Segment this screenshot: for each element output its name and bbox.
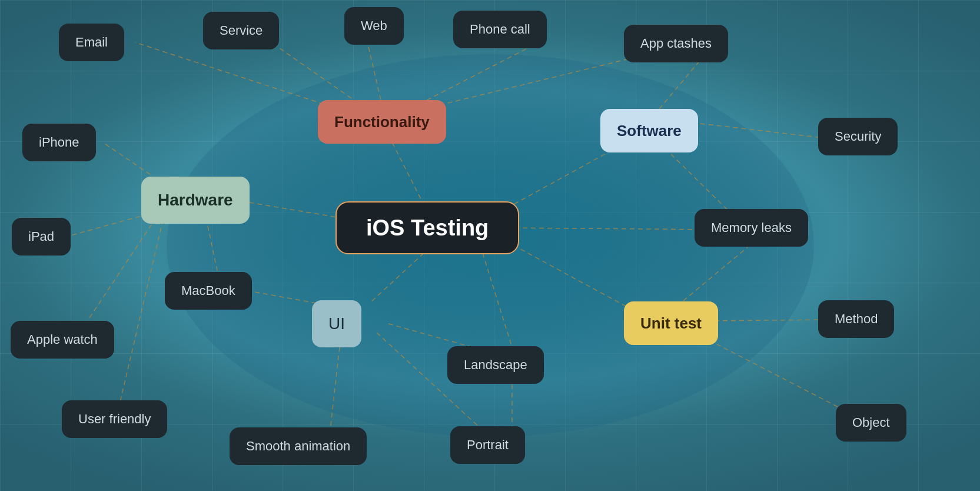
node-landscape[interactable]: Landscape	[447, 346, 544, 384]
macbook-label: MacBook	[181, 283, 235, 298]
node-hardware[interactable]: Hardware	[141, 177, 250, 224]
iphone-label: iPhone	[39, 135, 79, 150]
email-label: Email	[75, 35, 108, 50]
node-email[interactable]: Email	[59, 24, 124, 61]
ipad-label: iPad	[28, 229, 54, 244]
phone-label: Phone call	[470, 22, 530, 37]
node-method[interactable]: Method	[818, 300, 894, 338]
applewatch-label: Apple watch	[27, 332, 98, 347]
service-label: Service	[220, 23, 263, 38]
node-service[interactable]: Service	[203, 12, 279, 49]
node-software[interactable]: Software	[600, 109, 698, 152]
object-label: Object	[852, 415, 890, 430]
node-smooth-animation[interactable]: Smooth animation	[230, 427, 367, 465]
node-memory-leaks[interactable]: Memory leaks	[695, 209, 808, 247]
node-functionality[interactable]: Functionality	[318, 100, 446, 144]
node-iphone[interactable]: iPhone	[22, 124, 96, 161]
portrait-label: Portrait	[467, 437, 509, 453]
software-label: Software	[617, 122, 682, 140]
node-web[interactable]: Web	[344, 7, 404, 45]
node-ui[interactable]: UI	[312, 300, 361, 347]
smoothanim-label: Smooth animation	[246, 439, 350, 454]
node-phone-call[interactable]: Phone call	[453, 11, 547, 48]
node-apple-watch[interactable]: Apple watch	[11, 321, 114, 359]
memoryleaks-label: Memory leaks	[711, 220, 792, 235]
node-unit-test[interactable]: Unit test	[624, 301, 718, 345]
node-security[interactable]: Security	[818, 118, 898, 155]
landscape-label: Landscape	[464, 357, 527, 373]
node-macbook[interactable]: MacBook	[165, 272, 252, 310]
node-portrait[interactable]: Portrait	[450, 426, 525, 464]
node-app-crashes[interactable]: App ctashes	[624, 25, 728, 62]
center-label: iOS Testing	[366, 215, 489, 241]
web-label: Web	[361, 18, 387, 34]
hardware-label: Hardware	[158, 191, 233, 210]
security-label: Security	[835, 129, 881, 144]
unittest-label: Unit test	[640, 314, 702, 333]
appcrash-label: App ctashes	[640, 36, 712, 51]
ui-label: UI	[328, 314, 345, 333]
userfriendly-label: User friendly	[78, 412, 151, 427]
functionality-label: Functionality	[334, 113, 430, 131]
center-node[interactable]: iOS Testing	[335, 201, 519, 254]
method-label: Method	[835, 311, 878, 327]
node-user-friendly[interactable]: User friendly	[62, 400, 167, 438]
node-object[interactable]: Object	[836, 404, 906, 442]
node-ipad[interactable]: iPad	[12, 218, 71, 256]
